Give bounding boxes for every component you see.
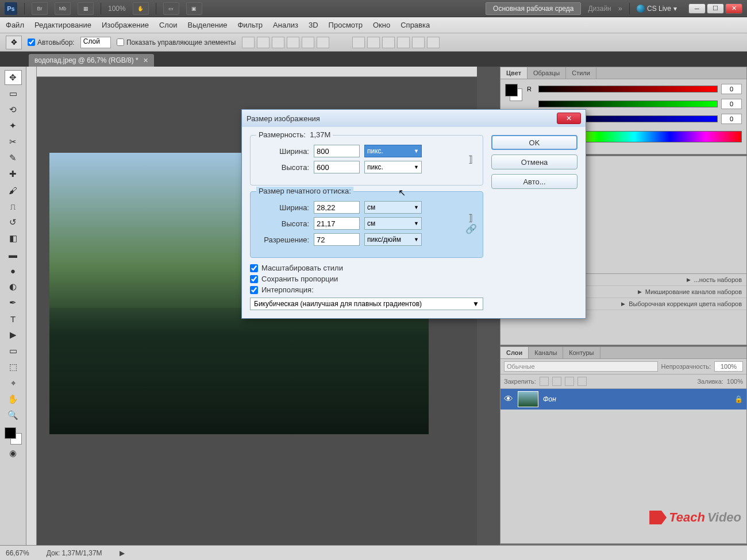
3d-tool[interactable]: ⬚ — [5, 360, 22, 374]
resolution-input[interactable] — [314, 233, 360, 246]
r-value[interactable]: 0 — [721, 84, 742, 94]
align-icon[interactable] — [317, 37, 329, 48]
hand-tool[interactable]: ✋ — [5, 392, 22, 407]
window-maximize-button[interactable]: ☐ — [707, 3, 724, 14]
menu-edit[interactable]: Редактирование — [34, 21, 91, 29]
ok-button[interactable]: OK — [491, 135, 577, 150]
fill-input[interactable]: 100% — [727, 378, 743, 385]
minibridge-icon[interactable]: Mb — [55, 2, 71, 15]
menu-filter[interactable]: Фильтр — [237, 21, 263, 29]
autoselect-checkbox[interactable]: Автовыбор: — [28, 38, 75, 47]
lock-all-icon[interactable] — [577, 377, 587, 386]
workspace-more-icon[interactable]: » — [618, 4, 622, 13]
height-unit-select[interactable]: пикс.▼ — [364, 161, 422, 173]
lock-position-icon[interactable] — [565, 377, 574, 386]
view-extras-icon[interactable]: ▦ — [78, 2, 94, 15]
distribute-icon[interactable] — [382, 37, 395, 48]
constrain-proportions-checkbox[interactable]: Сохранить пропорции — [250, 275, 483, 283]
resample-checkbox[interactable]: Интерполяция: — [250, 285, 483, 294]
resolution-unit-select[interactable]: пикс/дюйм▼ — [364, 233, 422, 246]
resample-method-select[interactable]: Бикубическая (наилучшая для плавных град… — [250, 298, 483, 310]
align-icon[interactable] — [272, 37, 284, 48]
design-workspace[interactable]: Дизайн — [588, 5, 611, 13]
lock-pixels-icon[interactable] — [552, 377, 561, 386]
opacity-input[interactable]: 100% — [714, 361, 743, 372]
lock-transparency-icon[interactable] — [540, 377, 549, 386]
history-brush-tool[interactable]: ↺ — [5, 215, 22, 230]
layer-name[interactable]: Фон — [543, 395, 730, 403]
status-zoom[interactable]: 66,67% — [6, 549, 29, 557]
marquee-tool[interactable]: ▭ — [5, 86, 22, 101]
shape-tool[interactable]: ▭ — [5, 343, 22, 358]
arrange-icon[interactable]: ▭ — [163, 2, 179, 15]
print-width-input[interactable] — [314, 201, 360, 214]
blend-mode-select[interactable]: Обычные — [504, 361, 658, 372]
status-doc-size[interactable]: Док: 1,37M/1,37M — [47, 549, 102, 557]
r-slider[interactable] — [538, 86, 718, 92]
distribute-icon[interactable] — [412, 37, 425, 48]
print-width-unit-select[interactable]: см▼ — [364, 201, 422, 214]
lasso-tool[interactable]: ⟲ — [5, 102, 22, 117]
tab-paths[interactable]: Контуры — [563, 347, 600, 358]
menu-image[interactable]: Изображение — [102, 21, 149, 29]
heal-tool[interactable]: ✚ — [5, 167, 22, 181]
tab-swatches[interactable]: Образцы — [527, 67, 566, 79]
print-height-input[interactable] — [314, 217, 360, 230]
zoom-tool[interactable]: 🔍 — [5, 408, 22, 423]
zoom-level[interactable]: 100% — [108, 5, 126, 13]
align-icon[interactable] — [257, 37, 269, 48]
path-tool[interactable]: ▶ — [5, 327, 22, 342]
tab-layers[interactable]: Слои — [500, 347, 529, 358]
menu-help[interactable]: Справка — [401, 21, 430, 29]
pen-tool[interactable]: ✒ — [5, 295, 22, 310]
stamp-tool[interactable]: ⎍ — [5, 199, 22, 214]
3d-camera-tool[interactable]: ⌖ — [5, 376, 22, 391]
menu-file[interactable]: Файл — [6, 21, 24, 29]
workspace-button[interactable]: Основная рабочая среда — [486, 2, 581, 15]
quickmask-tool[interactable]: ◉ — [5, 446, 22, 461]
align-icon[interactable] — [287, 37, 299, 48]
brush-tool[interactable]: 🖌 — [5, 183, 22, 198]
distribute-icon[interactable] — [352, 37, 365, 48]
scale-styles-checkbox[interactable]: Масштабировать стили — [250, 264, 483, 272]
auto-button[interactable]: Авто... — [491, 174, 577, 189]
close-tab-icon[interactable]: ✕ — [143, 57, 148, 64]
wand-tool[interactable]: ✦ — [5, 118, 22, 133]
blur-tool[interactable]: ● — [5, 263, 22, 278]
print-height-unit-select[interactable]: см▼ — [364, 217, 422, 230]
menu-select[interactable]: Выделение — [188, 21, 228, 29]
g-value[interactable]: 0 — [721, 99, 742, 109]
foreground-color-swatch[interactable] — [5, 427, 16, 439]
autoselect-target-select[interactable]: Слой — [80, 37, 111, 48]
distribute-icon[interactable] — [397, 37, 410, 48]
move-tool[interactable]: ✥ — [5, 70, 22, 85]
width-input[interactable] — [314, 145, 360, 157]
move-tool-indicator[interactable]: ✥ — [6, 36, 22, 49]
tab-color[interactable]: Цвет — [500, 67, 527, 79]
height-input[interactable] — [314, 161, 360, 173]
document-tab[interactable]: водопад.jpeg @ 66,7% (RGB/8) * ✕ — [29, 54, 154, 67]
cancel-button[interactable]: Отмена — [491, 155, 577, 169]
layer-thumbnail[interactable] — [518, 391, 538, 407]
align-icon[interactable] — [302, 37, 314, 48]
layer-row-background[interactable]: 👁 Фон 🔒 — [500, 389, 746, 410]
menu-layer[interactable]: Слои — [159, 21, 178, 29]
menu-view[interactable]: Просмотр — [329, 21, 363, 29]
cslive-button[interactable]: CS Live▾ — [637, 5, 677, 13]
visibility-icon[interactable]: 👁 — [504, 395, 513, 404]
menu-3d[interactable]: 3D — [309, 21, 318, 29]
hand-icon[interactable]: ✋ — [133, 2, 149, 15]
dialog-close-button[interactable]: ✕ — [557, 113, 581, 124]
type-tool[interactable]: T — [5, 311, 22, 326]
eraser-tool[interactable]: ◧ — [5, 231, 22, 246]
b-value[interactable]: 0 — [721, 114, 742, 124]
panel-color-swatches[interactable] — [505, 84, 522, 101]
g-slider[interactable] — [538, 101, 718, 107]
tab-styles[interactable]: Стили — [566, 67, 596, 79]
distribute-icon[interactable] — [367, 37, 380, 48]
status-arrow-icon[interactable]: ▶ — [120, 549, 125, 557]
gradient-tool[interactable]: ▬ — [5, 247, 22, 262]
dodge-tool[interactable]: ◐ — [5, 279, 22, 294]
bridge-icon[interactable]: Br — [32, 2, 48, 15]
window-minimize-button[interactable]: ─ — [688, 3, 706, 14]
